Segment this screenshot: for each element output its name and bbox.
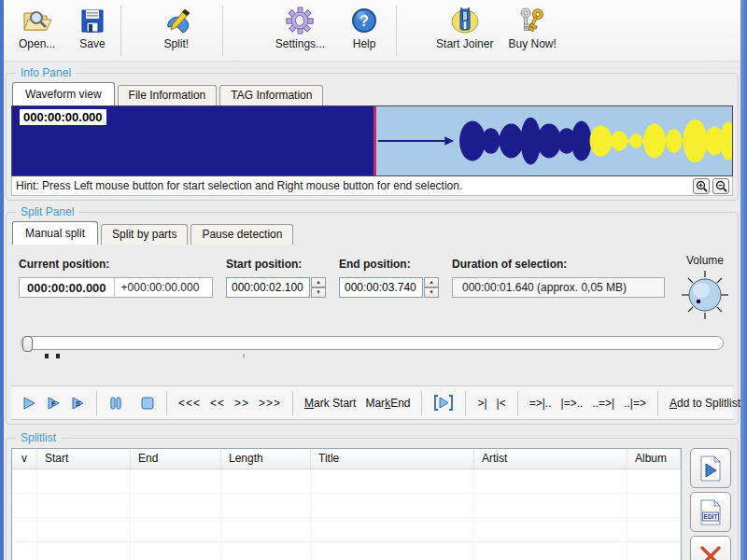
splitlist-title: Splitlist: [16, 431, 61, 444]
tab-split-by-parts[interactable]: Split by parts: [101, 224, 188, 245]
seek-back-fast-button[interactable]: <<<: [174, 395, 205, 412]
seek-forward-button[interactable]: >>: [230, 395, 254, 412]
mark-end-pre: Mar: [365, 397, 385, 410]
waveform-display[interactable]: 000:00:00.000: [11, 105, 733, 176]
hint-text: Hint: Press Left mouse button for start …: [16, 179, 462, 192]
play-button[interactable]: [17, 394, 41, 413]
info-panel-title: Info Panel: [16, 66, 76, 79]
tab-tag-information[interactable]: TAG Information: [219, 85, 323, 105]
transport-bar: F S <<<: [11, 385, 733, 420]
delete-icon: [698, 543, 724, 560]
toolbar-separator: [396, 6, 397, 56]
play-selection-button[interactable]: [429, 393, 458, 413]
volume-label: Volume: [678, 254, 732, 267]
zoom-in-button[interactable]: [693, 178, 710, 194]
column-header-start[interactable]: Start: [37, 449, 131, 469]
help-button[interactable]: ? Help: [345, 5, 383, 52]
go-to-start-button[interactable]: |<: [492, 395, 511, 412]
column-header-length[interactable]: Length: [221, 449, 311, 469]
position-slider[interactable]: [21, 336, 724, 360]
joiner-zipper-icon: [450, 7, 480, 35]
start-position-label: Start position:: [226, 258, 326, 271]
mark-end-button[interactable]: Mark End: [360, 395, 415, 412]
end-position-input[interactable]: [339, 277, 423, 298]
split-button[interactable]: Split!: [155, 5, 198, 52]
pause-icon: [108, 396, 123, 411]
edit-item-button[interactable]: EDIT: [690, 492, 731, 532]
splitlist-table[interactable]: v Start End Length Title Artist Album: [11, 448, 682, 560]
svg-text:F: F: [51, 399, 56, 408]
waveform-timestamp: 000:00:00.000: [20, 109, 106, 125]
splitlist-actions: EDIT: [690, 448, 733, 560]
settings-label: Settings...: [275, 37, 325, 50]
play-item-icon: [698, 455, 723, 483]
snap-start-forward-button[interactable]: |=>..: [557, 395, 588, 412]
split-panel-tabs: Manual split Split by parts Pause detect…: [12, 222, 733, 245]
slider-end-mark: [56, 354, 60, 358]
settings-button[interactable]: Settings...: [270, 5, 331, 52]
split-label: Split!: [163, 37, 189, 50]
mark-end-post: End: [390, 397, 410, 410]
transport-separator: [96, 391, 97, 415]
info-panel: Info Panel Waveform view File Informatio…: [6, 73, 739, 201]
window-border-left: [0, 0, 4, 560]
tab-file-information[interactable]: File Information: [118, 85, 218, 105]
tab-waveform-view[interactable]: Waveform view: [12, 82, 115, 105]
column-header-title[interactable]: Title: [311, 449, 474, 469]
seek-forward-fast-button[interactable]: >>>: [254, 395, 286, 412]
play-item-button[interactable]: [690, 448, 731, 488]
play-slow-button[interactable]: S: [65, 394, 90, 413]
transport-separator: [657, 391, 658, 415]
save-label: Save: [79, 37, 105, 50]
window-border-right: [740, 0, 747, 560]
waveform-wave-area[interactable]: [376, 106, 732, 175]
settings-gear-icon: [286, 7, 314, 35]
slider-track[interactable]: [21, 336, 724, 350]
slider-thumb[interactable]: [22, 336, 33, 352]
start-position-down-button[interactable]: ▼: [311, 287, 326, 298]
zoom-in-icon: [696, 180, 708, 192]
end-position-down-button[interactable]: ▼: [424, 287, 439, 298]
add-to-splitlist-button[interactable]: Add to Splitlist: [665, 395, 740, 412]
toolbar-separator: [120, 6, 121, 56]
seek-back-button[interactable]: <<: [205, 395, 230, 412]
start-position-up-button[interactable]: ▲: [311, 277, 326, 287]
play-slow-icon: S: [70, 396, 85, 411]
table-row: [12, 542, 681, 560]
help-icon: ?: [351, 7, 377, 35]
duration-group: Duration of selection: 000:00:01.640 (ap…: [452, 258, 665, 298]
end-position-up-button[interactable]: ▲: [424, 277, 439, 287]
play-fast-button[interactable]: F: [41, 394, 65, 413]
column-header-album[interactable]: Album: [627, 449, 681, 469]
zoom-out-button[interactable]: [712, 178, 729, 194]
save-button[interactable]: Save: [74, 5, 110, 52]
buy-now-button[interactable]: Buy Now!: [502, 5, 561, 52]
snap-end-to-cursor-button[interactable]: ..=>|: [587, 395, 619, 412]
volume-knob[interactable]: [678, 269, 732, 321]
buy-keys-icon: [516, 7, 548, 35]
tab-pause-detection[interactable]: Pause detection: [190, 224, 293, 245]
start-joiner-label: Start Joiner: [436, 37, 493, 50]
start-position-input[interactable]: [226, 277, 310, 298]
go-to-end-button[interactable]: >|: [472, 395, 491, 412]
svg-text:EDIT: EDIT: [704, 513, 718, 520]
column-header-artist[interactable]: Artist: [474, 449, 627, 469]
column-header-check[interactable]: v: [12, 449, 37, 469]
delete-item-button[interactable]: [690, 536, 731, 560]
split-panel-title: Split Panel: [16, 205, 78, 218]
mark-start-button[interactable]: Mark Start: [300, 395, 360, 412]
pause-button[interactable]: [104, 394, 128, 413]
transport-separator: [465, 391, 466, 415]
column-header-end[interactable]: End: [131, 449, 221, 469]
tab-manual-split[interactable]: Manual split: [12, 221, 98, 245]
duration-label: Duration of selection:: [452, 258, 665, 271]
svg-text:?: ?: [359, 13, 369, 29]
start-joiner-button[interactable]: Start Joiner: [430, 5, 499, 52]
add-to-splitlist-post: dd to Splitlist: [677, 397, 740, 410]
snap-start-to-cursor-button[interactable]: =>|..: [525, 395, 557, 412]
stop-button[interactable]: [135, 394, 160, 413]
snap-end-forward-button[interactable]: ..|=>: [619, 395, 651, 412]
start-position-spinner: ▲ ▼: [311, 277, 326, 298]
end-position-label: End position:: [339, 258, 439, 271]
open-button[interactable]: Open...: [13, 5, 61, 52]
